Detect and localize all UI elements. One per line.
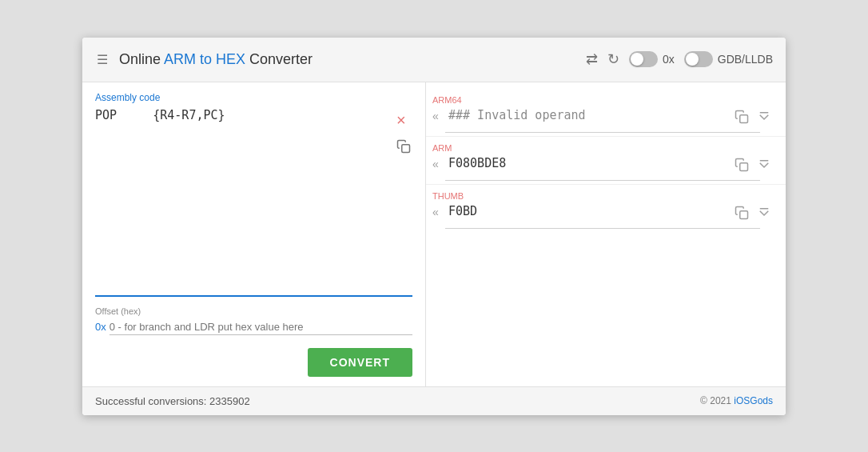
- svg-rect-1: [740, 114, 748, 122]
- assembly-area: POP {R4-R7,PC} ×: [95, 108, 412, 289]
- chevron-arm[interactable]: «: [432, 156, 445, 170]
- copy-assembly-button[interactable]: [395, 138, 412, 159]
- header: ☰ Online ARM to HEX Converter ⇄ ↻ 0x: [82, 38, 786, 82]
- clear-button[interactable]: ×: [395, 110, 412, 131]
- copy-result-arm64-button[interactable]: [733, 108, 751, 126]
- copy-result-thumb-button[interactable]: [733, 204, 751, 222]
- chevron-thumb[interactable]: «: [432, 204, 445, 218]
- result-divider-arm: [445, 180, 760, 181]
- result-divider-arm64: [445, 132, 760, 133]
- main-window: ☰ Online ARM to HEX Converter ⇄ ↻ 0x: [82, 38, 786, 415]
- assembly-divider: [95, 295, 412, 297]
- result-actions-arm64: [733, 108, 773, 126]
- toggle-gdb[interactable]: [684, 51, 713, 67]
- offset-row: 0x: [95, 319, 412, 335]
- header-title: Online ARM to HEX Converter: [119, 51, 586, 68]
- result-divider-thumb: [445, 228, 760, 229]
- result-value-arm: F080BDE8: [448, 156, 730, 170]
- left-panel: Assembly code POP {R4-R7,PC} ×: [82, 82, 426, 386]
- toggle-0x-knob: [631, 53, 643, 66]
- title-suffix: Converter: [245, 51, 313, 67]
- menu-icon: ☰: [97, 52, 108, 67]
- chevron-arm64[interactable]: «: [432, 108, 445, 122]
- offset-label: Offset (hex): [95, 306, 412, 316]
- offset-prefix: 0x: [95, 321, 106, 333]
- result-arch-thumb: THUMB: [432, 191, 773, 201]
- result-thumb: THUMB « F0BD: [426, 185, 786, 232]
- result-row-arm64: « ### Invalid operand: [432, 108, 773, 126]
- convert-btn-row: CONVERT: [95, 348, 412, 377]
- close-icon: ×: [396, 111, 406, 130]
- toggle-0x-group: 0x: [629, 51, 675, 67]
- swap-button[interactable]: ⇄: [586, 50, 598, 68]
- expand-arm-button[interactable]: [755, 156, 773, 174]
- result-row-arm: « F080BDE8: [432, 156, 773, 174]
- toggle-gdb-label: GDB/LLDB: [718, 53, 773, 66]
- result-value-arm64: ### Invalid operand: [448, 108, 730, 122]
- refresh-button[interactable]: ↻: [607, 50, 619, 68]
- result-arm: ARM « F080BDE8: [426, 137, 786, 185]
- offset-input[interactable]: [109, 319, 412, 335]
- refresh-icon: ↻: [607, 50, 619, 68]
- title-prefix: Online: [119, 51, 164, 67]
- result-actions-thumb: [733, 204, 773, 222]
- expand-arm64-button[interactable]: [755, 108, 773, 126]
- result-arch-arm: ARM: [432, 143, 773, 153]
- assembly-label: Assembly code: [95, 92, 412, 103]
- svg-rect-3: [740, 162, 748, 170]
- result-row-thumb: « F0BD: [432, 204, 773, 222]
- result-arm64: ARM64 « ### Invalid operand: [426, 89, 786, 137]
- expand-thumb-button[interactable]: [755, 204, 773, 222]
- assembly-actions: ×: [395, 108, 412, 159]
- svg-rect-5: [740, 210, 748, 218]
- copyright-text: © 2021 iOSGods: [700, 395, 773, 406]
- convert-button[interactable]: CONVERT: [308, 348, 412, 377]
- copy-result-arm-button[interactable]: [733, 156, 751, 174]
- swap-icon: ⇄: [586, 50, 598, 68]
- svg-rect-0: [402, 144, 410, 152]
- result-actions-arm: [733, 156, 773, 174]
- iosgods-link[interactable]: iOSGods: [734, 395, 773, 406]
- toggle-gdb-group: GDB/LLDB: [684, 51, 773, 67]
- offset-section: Offset (hex) 0x: [95, 306, 412, 335]
- menu-button[interactable]: ☰: [95, 50, 109, 69]
- result-arch-arm64: ARM64: [432, 95, 773, 105]
- conversions-text: Successful conversions: 2335902: [95, 395, 250, 407]
- header-controls: ⇄ ↻ 0x GDB/LLDB: [586, 50, 773, 68]
- title-link[interactable]: ARM to HEX: [164, 51, 245, 67]
- result-value-thumb: F0BD: [448, 204, 730, 218]
- assembly-input[interactable]: POP {R4-R7,PC}: [95, 108, 388, 281]
- toggle-gdb-knob: [686, 53, 699, 66]
- copy-icon: [396, 139, 411, 158]
- main-content: Assembly code POP {R4-R7,PC} ×: [82, 82, 786, 386]
- toggle-0x-label: 0x: [663, 53, 675, 66]
- footer: Successful conversions: 2335902 © 2021 i…: [82, 386, 786, 415]
- toggle-0x[interactable]: [629, 51, 658, 67]
- right-panel: ARM64 « ### Invalid operand: [426, 82, 786, 386]
